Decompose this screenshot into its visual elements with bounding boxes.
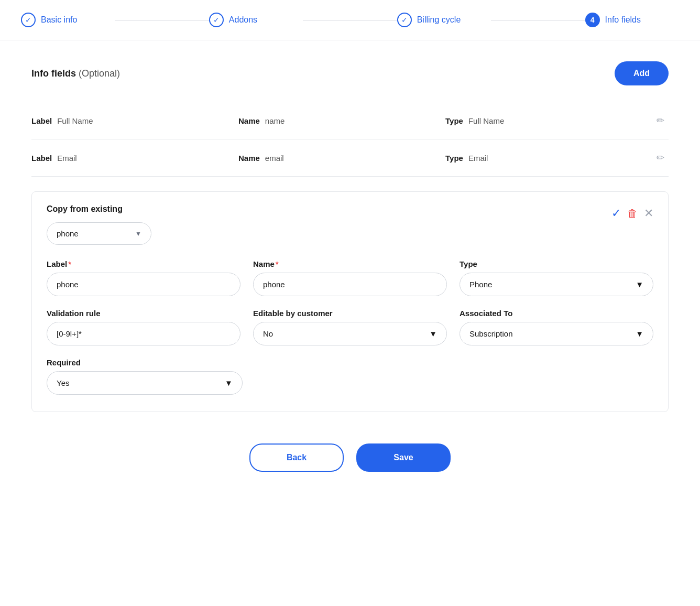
type-val-1: Full Name <box>468 116 504 125</box>
section-header: Info fields (Optional) Add <box>31 61 669 85</box>
copy-title: Copy from existing <box>47 204 151 214</box>
main-content: Info fields (Optional) Add Label Full Na… <box>0 40 700 514</box>
edit-button-2[interactable]: ✏ <box>652 150 669 166</box>
pencil-icon-2: ✏ <box>657 153 664 163</box>
editable-field-label: Editable by customer <box>253 309 447 318</box>
type-val-2: Email <box>468 154 488 163</box>
step-basic-info: ✓ Basic info <box>21 13 115 27</box>
check-icon-2: ✓ <box>213 16 220 24</box>
copy-section-left: Copy from existing phone ▼ <box>47 204 151 245</box>
type-dropdown-value: Phone <box>469 280 492 289</box>
form-group-name: Name* <box>253 259 447 296</box>
step-addons: ✓ Addons <box>209 13 303 27</box>
step-number: 4 <box>590 16 595 24</box>
copy-from-dropdown[interactable]: phone ▼ <box>47 222 151 245</box>
trash-icon: 🗑 <box>627 208 638 219</box>
close-icon: ✕ <box>644 207 653 220</box>
form-group-validation: Validation rule <box>47 309 240 345</box>
field-cell-label-1: Label Full Name <box>31 116 238 125</box>
copy-dropdown-value: phone <box>57 229 79 238</box>
delete-button[interactable]: 🗑 <box>627 208 638 220</box>
label-val-2: Email <box>57 154 77 163</box>
step-addons-label: Addons <box>229 15 257 25</box>
validation-field-label: Validation rule <box>47 309 240 318</box>
section-title-text: Info fields <box>31 68 76 79</box>
copy-actions: ✓ 🗑 ✕ <box>611 207 653 220</box>
section-optional-text: (Optional) <box>79 68 120 79</box>
associated-dropdown[interactable]: Subscription ▼ <box>460 322 653 345</box>
form-group-type: Type Phone ▼ <box>460 259 653 296</box>
field-row-email: Label Email Name email Type Email ✏ <box>31 139 669 177</box>
editable-dropdown-chevron: ▼ <box>429 329 437 338</box>
save-button[interactable]: Save <box>356 443 451 472</box>
type-dropdown-chevron: ▼ <box>636 280 643 289</box>
step-connector-3 <box>491 20 585 20</box>
back-button[interactable]: Back <box>249 443 344 472</box>
copy-header-row: Copy from existing phone ▼ ✓ 🗑 ✕ <box>47 204 653 245</box>
label-key-1: Label <box>31 116 52 125</box>
name-key-2: Name <box>238 154 260 163</box>
name-val-2: email <box>265 154 284 163</box>
add-button[interactable]: Add <box>615 61 669 85</box>
label-required: * <box>68 259 71 268</box>
editable-dropdown[interactable]: No ▼ <box>253 322 447 345</box>
name-val-1: name <box>265 116 285 125</box>
form-grid: Label* Name* Type Phone ▼ Va <box>47 259 653 345</box>
step-info-fields: 4 Info fields <box>585 13 679 27</box>
associated-dropdown-chevron: ▼ <box>636 329 643 338</box>
check-icon: ✓ <box>25 16 31 24</box>
required-dropdown-value: Yes <box>57 378 69 387</box>
required-dropdown[interactable]: Yes ▼ <box>47 371 243 395</box>
associated-dropdown-value: Subscription <box>469 329 513 338</box>
step-billing-cycle: ✓ Billing cycle <box>397 13 491 27</box>
label-field-label: Label* <box>47 259 240 268</box>
field-cell-label-2: Label Email <box>31 154 238 163</box>
footer: Back Save <box>31 443 669 493</box>
pencil-icon-1: ✏ <box>657 115 664 126</box>
type-field-label: Type <box>460 259 653 268</box>
form-group-required: Required Yes ▼ <box>47 358 243 395</box>
check-icon-3: ✓ <box>401 16 408 24</box>
field-cell-name-2: Name email <box>238 154 445 163</box>
copy-section: Copy from existing phone ▼ ✓ 🗑 ✕ <box>31 191 669 412</box>
label-input[interactable] <box>47 273 240 296</box>
name-required: * <box>276 259 279 268</box>
step-basic-info-icon: ✓ <box>21 13 36 27</box>
form-group-associated: Associated To Subscription ▼ <box>460 309 653 345</box>
section-title: Info fields (Optional) <box>31 68 120 79</box>
field-row-fullname: Label Full Name Name name Type Full Name… <box>31 102 669 139</box>
name-input[interactable] <box>253 273 447 296</box>
form-group-editable: Editable by customer No ▼ <box>253 309 447 345</box>
required-field-label: Required <box>47 358 243 367</box>
name-key-1: Name <box>238 116 260 125</box>
label-val-1: Full Name <box>57 116 93 125</box>
type-key-2: Type <box>445 154 463 163</box>
type-key-1: Type <box>445 116 463 125</box>
step-info-fields-label: Info fields <box>605 15 641 25</box>
field-cell-type-1: Type Full Name <box>445 116 652 125</box>
associated-field-label: Associated To <box>460 309 653 318</box>
copy-dropdown-chevron: ▼ <box>135 230 141 237</box>
step-billing-cycle-label: Billing cycle <box>417 15 461 25</box>
step-addons-icon: ✓ <box>209 13 224 27</box>
step-info-fields-icon: 4 <box>585 13 600 27</box>
checkmark-icon: ✓ <box>611 207 621 220</box>
stepper: ✓ Basic info ✓ Addons ✓ Billing cycle 4 … <box>0 0 700 40</box>
field-cell-name-1: Name name <box>238 116 445 125</box>
close-button[interactable]: ✕ <box>644 207 653 220</box>
step-basic-info-label: Basic info <box>41 15 77 25</box>
step-billing-cycle-icon: ✓ <box>397 13 412 27</box>
step-connector-1 <box>115 20 209 20</box>
field-cell-type-2: Type Email <box>445 154 652 163</box>
edit-button-1[interactable]: ✏ <box>652 113 669 128</box>
name-field-label: Name* <box>253 259 447 268</box>
form-row-required: Required Yes ▼ <box>47 358 653 395</box>
validation-input[interactable] <box>47 322 240 345</box>
confirm-button[interactable]: ✓ <box>611 207 621 220</box>
editable-dropdown-value: No <box>263 329 273 338</box>
step-connector-2 <box>303 20 397 20</box>
label-key-2: Label <box>31 154 52 163</box>
required-dropdown-chevron: ▼ <box>225 378 233 387</box>
form-group-label: Label* <box>47 259 240 296</box>
type-dropdown[interactable]: Phone ▼ <box>460 273 653 296</box>
